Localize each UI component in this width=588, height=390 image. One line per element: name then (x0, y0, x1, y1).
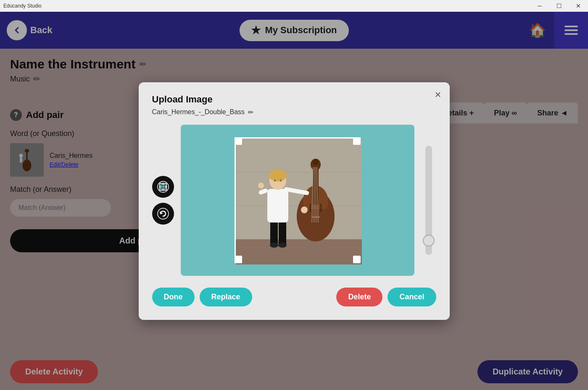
svg-rect-13 (236, 239, 362, 264)
modal-filename-row: Caris_Hermes_-_Double_Bass ✏ (152, 108, 436, 116)
slider-track (425, 146, 432, 255)
svg-point-35 (258, 183, 264, 188)
svg-point-30 (278, 243, 287, 248)
svg-point-39 (280, 179, 282, 182)
slider-thumb[interactable] (423, 235, 435, 246)
close-button[interactable]: ✕ (569, 0, 588, 12)
modal-actions-left: Done Replace (152, 288, 252, 306)
svg-point-29 (270, 243, 278, 248)
crop-corner-tl[interactable] (235, 137, 242, 145)
image-tools (152, 125, 174, 276)
svg-point-38 (274, 179, 276, 182)
image-editor (152, 125, 436, 276)
svg-point-34 (301, 207, 308, 213)
modal-filename-edit-icon[interactable]: ✏ (248, 108, 253, 116)
svg-point-21 (313, 159, 319, 165)
modal-close-button[interactable]: × (435, 89, 441, 100)
svg-rect-27 (270, 220, 278, 246)
rotate-tool-button[interactable] (152, 203, 174, 225)
cancel-button[interactable]: Cancel (388, 288, 436, 306)
crop-corner-br[interactable] (353, 256, 361, 263)
done-button[interactable]: Done (152, 288, 195, 306)
maximize-button[interactable]: ☐ (549, 0, 569, 12)
svg-rect-31 (267, 189, 288, 222)
modal-filename-text: Caris_Hermes_-_Double_Bass (152, 108, 245, 116)
crop-corner-tr[interactable] (353, 137, 361, 145)
svg-rect-26 (311, 216, 320, 218)
svg-point-11 (158, 208, 169, 219)
replace-button[interactable]: Replace (200, 288, 252, 306)
svg-point-37 (269, 170, 287, 181)
modal-overlay: × Upload Image Caris_Hermes_-_Double_Bas… (0, 12, 588, 390)
app-title: Educandy Studio (3, 3, 42, 9)
flip-tool-button[interactable] (152, 176, 174, 198)
flip-icon (157, 181, 169, 193)
modal-title: Upload Image (152, 94, 436, 105)
image-canvas (181, 125, 414, 276)
crop-corner-bl[interactable] (235, 256, 242, 263)
title-bar: Educandy Studio ─ ☐ ✕ (0, 0, 588, 12)
modal-delete-button[interactable]: Delete (336, 288, 382, 306)
double-bass-image (236, 139, 362, 264)
zoom-slider[interactable] (421, 125, 436, 276)
svg-rect-28 (279, 220, 286, 246)
upload-image-modal: × Upload Image Caris_Hermes_-_Double_Bas… (139, 82, 450, 320)
minimize-button[interactable]: ─ (530, 0, 549, 12)
modal-actions: Done Replace Delete Cancel (152, 288, 436, 306)
modal-actions-right: Delete Cancel (336, 288, 436, 306)
crop-frame[interactable] (235, 137, 361, 263)
title-bar-controls: ─ ☐ ✕ (530, 0, 588, 12)
rotate-icon (157, 208, 169, 220)
